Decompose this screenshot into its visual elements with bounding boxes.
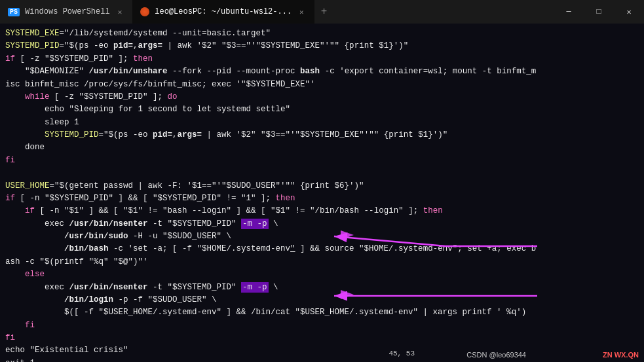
minimize-button[interactable]: — [554, 0, 584, 24]
terminal-line: fi [5, 319, 639, 332]
terminal-line: "$DAEMONIZE" /usr/bin/unshare --fork --p… [5, 65, 639, 78]
powershell-icon: PS [8, 8, 20, 16]
ubuntu-icon [140, 7, 149, 16]
terminal-line: USER_HOME="$(getent passwd | awk -F: '$1… [5, 180, 639, 192]
terminal-line: echo "Sleeping for 1 second to let syste… [5, 103, 639, 116]
tab-ubuntu[interactable]: leo@LeosPC: ~/ubuntu-wsl2-... ✕ [132, 0, 314, 24]
terminal-content[interactable]: SYSTEMD_EXE="/lib/systemd/systemd --unit… [0, 24, 644, 362]
terminal-line: exec /usr/bin/nsenter -t "$SYSTEMD_PID" … [5, 281, 639, 294]
title-bar: PS Windows PowerShell ✕ leo@LeosPC: ~/ub… [0, 0, 644, 24]
terminal-line: echo "Existential crisis" [5, 344, 639, 357]
watermark-source: CSDN @leo69344 [466, 350, 526, 361]
terminal-line: $([ -f "$USER_HOME/.systemd-env" ] && /b… [5, 306, 639, 319]
terminal-line: SYSTEMD_EXE="/lib/systemd/systemd --unit… [5, 27, 639, 40]
terminal-line: sleep 1 [5, 117, 639, 129]
terminal-line: /bin/login -p -f "$SUDO_USER" \ [5, 294, 639, 306]
terminal-line: done [5, 141, 639, 154]
tab-powershell-label: Windows PowerShell [25, 7, 110, 16]
terminal-line: while [ -z "$SYSTEMD_PID" ]; do [5, 91, 639, 103]
cursor-position: 45, 53 [388, 348, 415, 359]
window-controls: — □ ✕ [554, 0, 644, 24]
tab-powershell[interactable]: PS Windows PowerShell ✕ [0, 0, 132, 24]
tab-ubuntu-label: leo@LeosPC: ~/ubuntu-wsl2-... [155, 7, 292, 16]
terminal-line [5, 167, 639, 179]
terminal-line: ash -c "$(printf "%q" "$@")"' [5, 256, 639, 268]
terminal-line: /usr/bin/sudo -H -u "$SUDO_USER" \ [5, 230, 639, 243]
tab-powershell-close[interactable]: ✕ [115, 7, 125, 18]
terminal-line: isc binfmt_misc /proc/sys/fs/binfmt_misc… [5, 79, 639, 91]
terminal-line: SYSTEMD_PID="$(ps -eo pid=,args= | awk '… [5, 40, 639, 52]
tab-ubuntu-close[interactable]: ✕ [297, 7, 307, 18]
terminal-line: if [ -n "$1" ] && [ "$1" != "bash --logi… [5, 205, 639, 217]
terminal-line: fi [5, 154, 639, 167]
terminal-line: exit 1 [5, 357, 639, 362]
terminal-line: SYSTEMD_PID="$(ps -eo pid=,args= | awk '… [5, 129, 639, 141]
maximize-button[interactable]: □ [584, 0, 614, 24]
new-tab-button[interactable]: + [314, 6, 334, 18]
terminal-line: fi [5, 332, 639, 344]
terminal-line: /bin/bash -c 'set -a; [ -f "$HOME/.syste… [5, 243, 639, 255]
terminal-line: if [ -n "$SYSTEMD_PID" ] && [ "$SYSTEMD_… [5, 192, 639, 205]
watermark: ZN WX.QN [603, 350, 639, 361]
terminal-line: exec /usr/bin/nsenter -t "$SYSTEMD_PID" … [5, 218, 639, 230]
close-button[interactable]: ✕ [614, 0, 644, 24]
terminal-line: if [ -z "$SYSTEMD_PID" ]; then [5, 53, 639, 65]
terminal-line: else [5, 268, 639, 281]
